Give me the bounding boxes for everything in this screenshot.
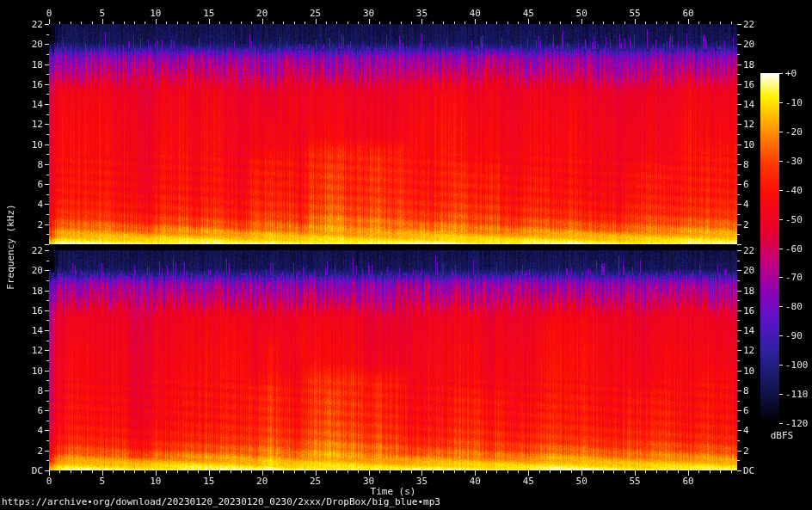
tick-mark	[731, 22, 732, 24]
tick-mark	[678, 470, 679, 473]
tick-mark	[737, 234, 740, 235]
tick-label: 8	[37, 385, 43, 395]
tick-mark	[166, 470, 167, 473]
tick-mark	[188, 22, 188, 24]
tick-label: 14	[743, 100, 754, 109]
tick-mark	[667, 22, 667, 24]
tick-label: 40	[470, 476, 481, 486]
tick-mark	[304, 22, 305, 24]
tick-label: 8	[37, 159, 43, 169]
tick-mark	[667, 470, 667, 473]
tick-mark	[737, 134, 740, 135]
tick-mark	[251, 22, 252, 24]
tick-mark	[49, 19, 50, 24]
tick-mark	[92, 22, 93, 24]
tick-mark	[678, 22, 679, 24]
tick-mark	[613, 22, 614, 24]
tick-label: 55	[629, 476, 640, 486]
tick-mark	[518, 22, 519, 24]
tick-label: 14	[32, 326, 43, 335]
tick-label: 2	[37, 445, 43, 455]
tick-mark	[737, 460, 740, 461]
time-axis-label: Time (s)	[371, 486, 416, 497]
tick-mark	[443, 22, 444, 24]
tick-label: DC	[743, 466, 754, 476]
tick-label: 60	[682, 9, 693, 18]
tick-mark	[46, 401, 49, 402]
tick-mark	[166, 22, 167, 24]
tick-label: 30	[363, 9, 374, 18]
tick-mark	[411, 470, 412, 473]
tick-mark	[45, 204, 49, 205]
tick-label: 0	[46, 476, 52, 486]
tick-label: 16	[32, 305, 43, 315]
tick-mark	[433, 22, 434, 24]
tick-mark	[737, 74, 740, 75]
tick-label: 18	[32, 286, 43, 295]
tick-mark	[46, 54, 49, 55]
tick-mark	[737, 270, 741, 271]
tick-mark	[273, 470, 274, 473]
tick-mark	[134, 470, 135, 473]
tick-mark	[177, 22, 178, 24]
tick-mark	[294, 22, 295, 24]
tick-label: 4	[37, 200, 43, 209]
tick-mark	[720, 470, 721, 473]
tick-mark	[737, 371, 741, 372]
tick-mark	[737, 470, 741, 471]
tick-mark	[390, 22, 391, 24]
tick-mark	[45, 350, 49, 351]
tick-mark	[45, 65, 49, 65]
tick-mark	[262, 19, 263, 24]
tick-label: 35	[416, 476, 428, 486]
tick-mark	[710, 470, 710, 473]
tick-mark	[737, 451, 741, 452]
tick-mark	[113, 22, 114, 24]
tick-label: 4	[37, 426, 43, 435]
tick-label: 10	[743, 366, 754, 375]
tick-mark	[737, 440, 740, 441]
tick-mark	[624, 470, 625, 473]
tick-mark	[737, 421, 740, 421]
tick-mark	[45, 330, 49, 331]
tick-mark	[737, 184, 741, 185]
tick-mark	[737, 204, 741, 205]
tick-mark	[486, 470, 487, 473]
tick-mark	[45, 164, 49, 165]
tick-mark	[45, 451, 49, 452]
tick-mark	[231, 22, 231, 24]
tick-label: 50	[576, 9, 587, 18]
tick-mark	[737, 380, 740, 381]
tick-mark	[464, 470, 465, 473]
tick-mark	[336, 22, 337, 24]
tick-mark	[336, 470, 337, 473]
tick-mark	[145, 470, 145, 473]
tick-label: 35	[416, 9, 428, 18]
tick-mark	[624, 22, 625, 24]
tick-mark	[283, 470, 284, 473]
tick-mark	[188, 470, 188, 473]
tick-mark	[645, 22, 646, 24]
tick-mark	[71, 22, 71, 24]
tick-label: 45	[523, 476, 534, 486]
tick-mark	[737, 84, 741, 85]
tick-mark	[508, 22, 508, 24]
tick-mark	[779, 394, 783, 395]
tick-mark	[508, 470, 508, 473]
tick-mark	[124, 470, 125, 473]
tick-label: 5	[100, 476, 106, 486]
tick-mark	[737, 144, 741, 145]
tick-mark	[421, 19, 422, 24]
tick-mark	[779, 306, 783, 307]
tick-label: 18	[743, 286, 754, 295]
tick-label: 15	[203, 9, 214, 18]
tick-label: 16	[743, 79, 754, 89]
tick-mark	[779, 335, 783, 336]
tick-mark	[454, 470, 455, 473]
tick-mark	[113, 470, 114, 473]
tick-mark	[737, 114, 740, 115]
tick-mark	[779, 249, 783, 249]
tick-mark	[46, 234, 49, 235]
tick-label: 22	[32, 20, 43, 29]
tick-mark	[737, 390, 741, 391]
